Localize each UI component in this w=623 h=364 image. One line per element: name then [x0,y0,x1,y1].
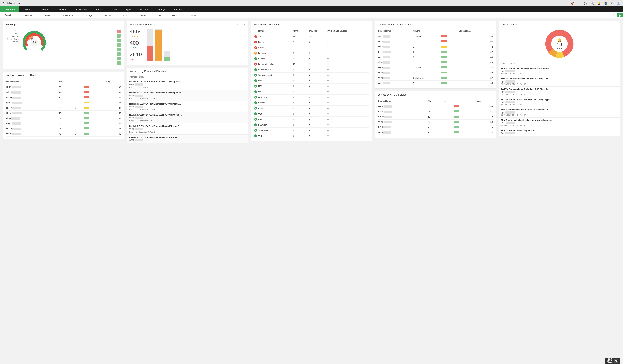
table-row[interactable]: ✓Storage000 [254,100,369,106]
col-header[interactable]: Min [427,99,443,104]
main-tab-reports[interactable]: Reports [170,6,186,12]
search-icon[interactable]: 🔍 [591,2,594,5]
table-row[interactable]: N2-op42...42 [6,131,122,137]
table-row[interactable]: OpmC:95 [378,39,493,44]
sub-tab-network[interactable]: Network⌄ [20,12,39,18]
sub-tab-ipam[interactable]: IPAM⌄ [168,12,184,18]
heatmap-cell[interactable] [117,57,121,60]
headset-icon[interactable]: 🎧 [584,2,587,5]
interface-row[interactable]: Realtek RTL8139C+ Fast Ethernet NIC #3-N… [127,90,248,101]
main-tab-settings[interactable]: Settings [153,6,170,12]
col-header[interactable]: Volume [412,29,440,34]
table-row[interactable]: Cisco52...52 [6,116,122,121]
table-row[interactable]: ✓Firewall000 [254,56,369,62]
table-row[interactable]: opm-w26...74 [6,100,122,106]
table-row[interactable]: vijay-C:43 [378,60,493,65]
edit-icon[interactable]: ✎ [236,23,238,26]
col-header[interactable]: Device Name [6,79,58,85]
sub-tab-overview[interactable]: Overview⌄ [0,12,20,18]
main-tab-network[interactable]: Network [37,6,54,12]
alarm-list-header[interactable]: Device Name ⇅ [499,61,620,66]
table-row[interactable]: opm-1...28 [378,130,493,135]
main-tab-virtualization[interactable]: Virtualization [70,6,91,12]
col-header[interactable]: Avg [477,99,493,104]
heatmap-cell[interactable] [117,48,121,51]
main-tab-inventory[interactable]: Inventory [20,6,37,12]
heatmap-cell[interactable] [117,52,121,56]
bell-icon[interactable]: 🔔 [597,2,601,5]
table-row[interactable]: OPMC:\ Label...37 [378,75,493,81]
table-row[interactable]: OPMC:\ Label...42 [378,65,493,70]
table-row[interactable]: ✓UCS000 [254,111,369,117]
user-icon[interactable]: 👤 [617,2,620,5]
rocket-icon[interactable]: 🚀 [571,2,574,5]
table-row[interactable]: HP D4...29 [378,125,493,130]
table-row[interactable]: vCenC:\ Label...96 [378,34,493,39]
sub-tab-dpi[interactable]: DPI⌄ [153,12,168,18]
sub-tab-custom[interactable]: Custom⌄ [184,12,203,18]
favorite-icon[interactable]: ☆ [610,14,617,17]
col-header[interactable] [440,29,458,34]
alarm-row[interactable]: ID=2004 Source=Microsoft-Windows-Resourc… [499,66,620,76]
col-header[interactable] [453,99,477,104]
col-header[interactable] [83,79,106,85]
table-row[interactable]: ✓URLs000 [254,133,369,139]
table-row[interactable]: ✓PDU000 [254,106,369,111]
interface-row[interactable]: Realtek RTL8139C+ Fast Ethernet NIC #4-E… [127,134,248,143]
main-tab-dashboard[interactable]: Dashboard [0,6,20,12]
table-row[interactable]: opm-C:48 [378,55,493,60]
interface-row[interactable]: Realtek RTL8139C+ Fast Ethernet NIC #3-E… [127,123,248,134]
col-header[interactable]: Avg [106,79,122,85]
main-tab-apps[interactable]: Apps [121,6,135,12]
table-row[interactable]: ✓Wireless000 [254,78,369,84]
alarm-row[interactable]: ID=1014 Source=Microsoft-Windows-DNS-Cli… [499,86,620,97]
table-row[interactable]: ✓UPS000 [254,84,369,89]
alarm-row[interactable]: ID=1010 Source=MSExchangeFastS...Opm [499,128,620,136]
table-row[interactable]: !Desktop832 [254,50,369,56]
col-header[interactable]: ... [443,99,453,104]
sub-tab-server[interactable]: Server⌄ [39,12,57,18]
table-row[interactable]: ✓WAN Accelerator000 [254,72,369,78]
main-tab-maps[interactable]: Maps [107,6,121,12]
table-row[interactable]: OpmD:72 [378,44,493,49]
table-row[interactable]: HP Pr35...57 [378,109,493,114]
col-header[interactable]: Device Name [378,99,427,104]
table-row[interactable]: OPMC:38 [378,70,493,75]
table-row[interactable]: OPMc45...46 [6,121,122,126]
heatmap-cell[interactable] [117,34,121,38]
table-row[interactable]: opm-D:35 [378,81,493,86]
table-row[interactable]: ✓TapeLibrary000 [254,128,369,133]
interface-row[interactable]: Realtek RTL8139C+ Fast Ethernet NIC #3-W… [127,101,248,112]
table-row[interactable]: ✓Printer010 [254,89,369,95]
heatmap-cell[interactable] [117,39,121,42]
table-row[interactable]: OPM-98...98 [6,85,122,90]
col-header[interactable]: Utilization(%) [458,29,493,34]
table-row[interactable]: Opm-215...57 [6,111,122,116]
table-row[interactable]: OPMc97...99 [378,104,493,109]
col-header[interactable] [254,29,258,34]
col-header[interactable]: Problematic Devices [327,29,369,34]
table-row[interactable]: k16-D11...49 [378,114,493,120]
heatmap-cell[interactable] [117,61,121,65]
sub-tab-netflow[interactable]: NetFlow⌄ [99,12,118,18]
table-row[interactable]: ✓RAID000 [254,117,369,122]
main-tab-alarms[interactable]: Alarms [91,6,107,12]
expand-icon[interactable]: ⛶ [240,23,242,26]
table-row[interactable]: vCent92...93 [6,90,122,95]
table-row[interactable]: ✕Router222 [254,40,369,45]
col-header[interactable]: Name [258,29,292,34]
table-row[interactable]: OPM-30...39 [378,120,493,125]
sub-tab-virtualization[interactable]: Virtualization⌄ [57,12,80,18]
gear-icon[interactable]: ⚙ [611,2,613,5]
col-header[interactable]: Alarms [292,29,309,34]
sub-tab-ncm[interactable]: NCM⌄ [118,12,134,18]
table-row[interactable]: ✓Load Balancer000 [254,67,369,72]
monitor-icon[interactable]: 🖵 [578,2,580,5]
refresh-icon[interactable]: ↻ [229,23,231,26]
sub-tab-firewall[interactable]: Firewall⌄ [134,12,153,18]
alarm-row[interactable]: ID=4625 Source=Microsoft-Windows-Securit… [499,76,620,86]
col-header[interactable]: Devices [309,29,327,34]
interface-row[interactable]: Realtek RTL8139C+ Fast Ethernet NIC #3-W… [127,112,248,123]
copy-icon[interactable]: ⧉ [233,23,234,26]
table-row[interactable]: ✓FCSwitch000 [254,122,369,128]
